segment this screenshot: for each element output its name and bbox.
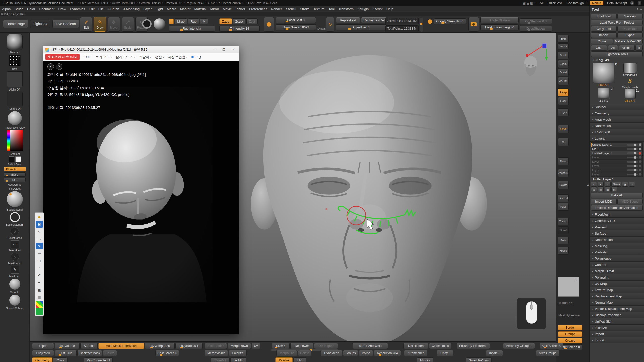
layers-section-header[interactable]: Layers bbox=[590, 135, 644, 142]
stroke-picker-icon[interactable] bbox=[142, 19, 152, 29]
mrgb-button[interactable]: Mrgb bbox=[175, 18, 187, 24]
select-lasso-icon[interactable]: ◌ bbox=[11, 227, 19, 235]
system-tray-icons[interactable]: ▦ ▤ ◧ ⊞ bbox=[523, 1, 536, 5]
layer-eye-icon[interactable] bbox=[639, 169, 641, 171]
dock-button[interactable]: StoreMT bbox=[211, 357, 230, 362]
reload-icon[interactable]: ↻ bbox=[638, 1, 641, 5]
palette-section-header[interactable]: Subtool bbox=[590, 104, 644, 110]
layer-tool-button[interactable]: ▲ bbox=[591, 182, 597, 187]
photo-menu-item[interactable]: 보기 모드▾ bbox=[96, 55, 112, 59]
layer-row[interactable]: Untitled Layer 1 bbox=[591, 143, 642, 147]
layer-intensity-slider[interactable] bbox=[627, 148, 638, 150]
hv-tool-icon[interactable]: ↶ bbox=[36, 272, 43, 279]
gravity-strength-slider[interactable]: Gravity Strength 40 bbox=[434, 18, 466, 24]
m-button[interactable]: M bbox=[200, 18, 208, 24]
menu-item[interactable]: Zplugin bbox=[357, 7, 369, 11]
menu-item[interactable]: Color bbox=[27, 7, 35, 11]
dock-button[interactable]: Auto Groups bbox=[536, 350, 559, 356]
layer-row[interactable]: Layer bbox=[591, 164, 642, 168]
dock-button[interactable]: Del Hidden bbox=[403, 343, 428, 349]
save-as-button[interactable]: Save As bbox=[617, 14, 643, 19]
all-button[interactable]: All bbox=[608, 45, 618, 51]
mask-by-feature-label[interactable]: MaskByFeature bbox=[558, 314, 580, 317]
palette-section-header[interactable]: Display Properties bbox=[590, 312, 644, 318]
menu-item[interactable]: Stencil bbox=[286, 7, 296, 11]
menu-item[interactable]: Help bbox=[386, 7, 393, 11]
menu-item[interactable]: Texture bbox=[313, 7, 325, 11]
shelf-button[interactable]: Transp bbox=[558, 218, 569, 225]
palette-section-header[interactable]: FiberMesh bbox=[590, 212, 644, 218]
fillobject-button[interactable]: FillObject bbox=[9, 187, 21, 190]
shelf-button[interactable]: AAHalf bbox=[558, 77, 569, 85]
layer-eye-icon[interactable] bbox=[639, 152, 641, 155]
texture-thumbnail[interactable] bbox=[7, 92, 23, 106]
crease-button[interactable]: Crease bbox=[558, 338, 582, 343]
dock-button[interactable]: Min Connected 1 bbox=[84, 357, 113, 362]
menu-item[interactable]: Draw bbox=[58, 7, 66, 11]
texture-preview-box[interactable]: Te bbox=[558, 277, 579, 297]
layer-intensity-slider[interactable] bbox=[627, 157, 638, 158]
hv-tool-icon[interactable]: ◉ bbox=[36, 221, 43, 228]
export-button[interactable]: Export bbox=[617, 32, 643, 38]
layer-intensity-slider[interactable] bbox=[627, 169, 638, 171]
scale-button[interactable]: ⤢Scale bbox=[122, 17, 134, 32]
material-picker-icon[interactable] bbox=[154, 18, 165, 30]
accucurve-button[interactable]: AccuCurve bbox=[8, 183, 22, 186]
palette-section-header[interactable]: Geometry bbox=[590, 110, 644, 116]
palette-section-header[interactable]: Initialize bbox=[590, 325, 644, 331]
layer-eye-icon[interactable] bbox=[639, 148, 641, 150]
hv-tool-icon[interactable]: • bbox=[36, 264, 43, 271]
dock-button[interactable]: SDiv 4 bbox=[272, 343, 290, 349]
goz-button[interactable]: GoZ bbox=[591, 45, 607, 51]
draw-size-slider[interactable]: Draw Size 26.8692 bbox=[276, 24, 316, 30]
palette-section-header[interactable]: ArrayMesh bbox=[590, 117, 644, 123]
basic-material-b-thumbnail[interactable] bbox=[10, 212, 20, 222]
hv-tool-icon[interactable]: ⌖ bbox=[36, 279, 43, 286]
r-button[interactable]: R bbox=[635, 45, 643, 51]
tray-collapse-icon[interactable]: ◀ bbox=[587, 184, 589, 187]
menu-item[interactable]: Macro bbox=[167, 7, 176, 11]
layer-tool-button[interactable]: ▼ bbox=[598, 182, 604, 187]
palette-section-header[interactable]: NanoMesh bbox=[590, 123, 644, 129]
layer-tool-button[interactable]: ▥ bbox=[598, 187, 604, 192]
rgb-button[interactable]: Rgb bbox=[188, 18, 199, 24]
saturation-field[interactable] bbox=[10, 130, 23, 151]
color-picker[interactable] bbox=[7, 130, 23, 151]
shelf-button[interactable]: Move bbox=[558, 157, 569, 165]
mask-pen-icon[interactable]: ✎ bbox=[11, 266, 19, 274]
minimize-button[interactable]: ─ bbox=[211, 47, 218, 52]
menu-item[interactable]: File bbox=[98, 7, 104, 11]
shelf-button[interactable]: Xpose bbox=[558, 247, 569, 255]
dock-button[interactable]: MergeVisible bbox=[205, 350, 228, 356]
layer-intensity-slider[interactable] bbox=[627, 144, 638, 146]
points-display-slider[interactable] bbox=[420, 18, 423, 32]
layer-eye-icon[interactable] bbox=[639, 165, 641, 167]
dock-button[interactable]: MergeDown bbox=[228, 343, 251, 349]
menu-item[interactable]: Brush bbox=[15, 7, 23, 11]
dock-button[interactable]: Geometry bbox=[32, 357, 52, 362]
menu-item[interactable]: Movie bbox=[223, 7, 232, 11]
menus-button[interactable]: Menus bbox=[590, 1, 603, 5]
alt-color-swatch[interactable] bbox=[15, 156, 21, 162]
deep-shadow-slider[interactable]: DeepShadow bbox=[520, 26, 552, 32]
edit-button[interactable]: ✐Edit bbox=[80, 17, 92, 32]
make-polymesh3d-button[interactable]: Make PolyMesh3D bbox=[614, 39, 643, 44]
stroke-thumbnail[interactable] bbox=[9, 55, 21, 66]
mask-lasso-icon[interactable]: ◌ bbox=[11, 253, 19, 261]
paste-tool-button[interactable]: Paste Tool bbox=[617, 26, 643, 32]
menu-item[interactable]: Transform bbox=[338, 7, 354, 11]
dock-button[interactable]: DelMT bbox=[230, 357, 246, 362]
menu-item[interactable]: Render bbox=[271, 7, 282, 11]
dock-button[interactable]: Dist 0.02 bbox=[55, 350, 77, 356]
field-of-view-slider[interactable]: Field of view(deg) 30 bbox=[480, 24, 519, 30]
bake-all-button[interactable]: Bake All bbox=[591, 193, 643, 198]
dock-button[interactable]: Resolution 704 bbox=[374, 350, 401, 356]
dock-button[interactable]: Mirror And Weld bbox=[353, 343, 388, 349]
palette-section-header[interactable]: Export bbox=[590, 337, 644, 343]
photo-menu-item[interactable]: 고정 bbox=[191, 55, 202, 59]
texture-on-label[interactable]: Texture On bbox=[558, 301, 573, 305]
menu-item[interactable]: Layer bbox=[143, 7, 152, 11]
palette-section-header[interactable]: Polygroups bbox=[590, 256, 644, 262]
photo-menu-item[interactable]: 편집▾ bbox=[155, 55, 164, 59]
palette-section-header[interactable]: Texture Map bbox=[590, 287, 644, 293]
